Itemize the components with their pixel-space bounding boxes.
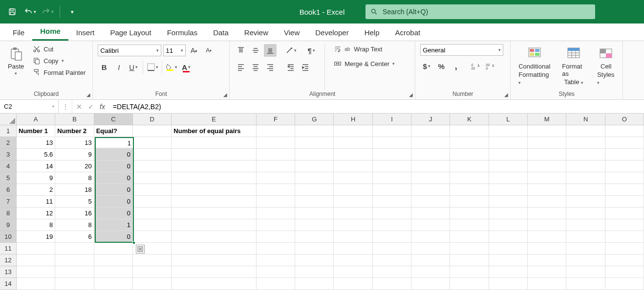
cell-E8[interactable]: [172, 208, 256, 219]
cell-K3[interactable]: [450, 149, 489, 161]
cell-D3[interactable]: [133, 149, 172, 161]
cell-N2[interactable]: [566, 137, 605, 149]
number-format-combo[interactable]: General▾: [420, 44, 503, 56]
col-header-O[interactable]: O: [605, 114, 644, 125]
cell-G9[interactable]: [295, 219, 334, 231]
search-box[interactable]: [365, 4, 595, 19]
cell-G10[interactable]: [295, 231, 334, 243]
cell-K13[interactable]: [450, 266, 489, 278]
cell-N8[interactable]: [566, 208, 605, 219]
cell-N5[interactable]: [566, 172, 605, 184]
cell-D9[interactable]: [133, 219, 172, 231]
cell-H5[interactable]: [334, 172, 372, 184]
accounting-format-button[interactable]: $▾: [420, 60, 433, 72]
cell-H7[interactable]: [334, 196, 372, 208]
row-header-4[interactable]: 4: [0, 161, 17, 172]
cell-I6[interactable]: [373, 184, 411, 196]
cell-J7[interactable]: [411, 196, 450, 208]
cell-K14[interactable]: [450, 278, 489, 290]
cell-N10[interactable]: [566, 231, 605, 243]
cell-G13[interactable]: [295, 266, 334, 278]
cell-F11[interactable]: [257, 243, 295, 255]
cell-M11[interactable]: [528, 243, 566, 255]
enter-formula-icon[interactable]: ✓: [88, 103, 94, 111]
cell-H13[interactable]: [334, 266, 372, 278]
cell-N9[interactable]: [566, 219, 605, 231]
tab-help[interactable]: Help: [357, 24, 387, 41]
cell-E3[interactable]: [172, 149, 256, 161]
cell-M13[interactable]: [528, 266, 566, 278]
cell-J14[interactable]: [411, 278, 450, 290]
cell-A7[interactable]: 11: [17, 196, 55, 208]
cell-F8[interactable]: [257, 208, 295, 219]
tab-file[interactable]: File: [5, 24, 32, 41]
align-middle-icon[interactable]: [249, 44, 262, 57]
cell-D5[interactable]: [133, 172, 172, 184]
cell-G1[interactable]: [295, 125, 334, 137]
tab-home[interactable]: Home: [32, 23, 68, 41]
cell-M1[interactable]: [528, 125, 566, 137]
cell-F14[interactable]: [257, 278, 295, 290]
cell-F6[interactable]: [257, 184, 295, 196]
align-top-icon[interactable]: [235, 44, 247, 57]
row-header-1[interactable]: 1: [0, 125, 17, 137]
cell-styles-button[interactable]: Cell Styles ▾: [594, 44, 618, 88]
clipboard-launcher-icon[interactable]: ◢: [86, 92, 90, 97]
cell-O7[interactable]: [605, 196, 644, 208]
cell-N7[interactable]: [566, 196, 605, 208]
cell-G11[interactable]: [295, 243, 334, 255]
cell-D13[interactable]: [133, 266, 172, 278]
cell-L11[interactable]: [489, 243, 528, 255]
cell-B2[interactable]: 13: [55, 137, 94, 149]
cell-A10[interactable]: 19: [17, 231, 55, 243]
cell-E5[interactable]: [172, 172, 256, 184]
cell-L8[interactable]: [489, 208, 528, 219]
cell-M5[interactable]: [528, 172, 566, 184]
cell-H4[interactable]: [334, 161, 372, 172]
cell-C6[interactable]: 0: [94, 184, 133, 196]
cell-I8[interactable]: [373, 208, 411, 219]
cell-B11[interactable]: [55, 243, 94, 255]
redo-button[interactable]: ▾: [40, 4, 55, 19]
cell-O6[interactable]: [605, 184, 644, 196]
cell-E9[interactable]: [172, 219, 256, 231]
italic-button[interactable]: I: [112, 61, 125, 73]
cell-A13[interactable]: [17, 266, 55, 278]
cell-L7[interactable]: [489, 196, 528, 208]
row-header-9[interactable]: 9: [0, 219, 17, 231]
conditional-formatting-button[interactable]: Conditional Formatting ▾: [515, 44, 553, 88]
cell-I12[interactable]: [373, 255, 411, 266]
cell-L6[interactable]: [489, 184, 528, 196]
copy-button[interactable]: Copy▾: [31, 56, 87, 66]
expand-name-box-icon[interactable]: ⋮: [59, 100, 72, 113]
cell-F7[interactable]: [257, 196, 295, 208]
cell-A1[interactable]: Number 1: [17, 125, 55, 137]
cell-A4[interactable]: 14: [17, 161, 55, 172]
cell-H1[interactable]: [334, 125, 372, 137]
cell-H11[interactable]: [334, 243, 372, 255]
fill-color-button[interactable]: ▾: [165, 61, 178, 73]
cell-C4[interactable]: 0: [94, 161, 133, 172]
cell-G7[interactable]: [295, 196, 334, 208]
cell-C10[interactable]: 0: [94, 231, 133, 243]
cell-I7[interactable]: [373, 196, 411, 208]
cell-D12[interactable]: [133, 255, 172, 266]
font-name-combo[interactable]: ▾: [98, 45, 161, 56]
cell-E4[interactable]: [172, 161, 256, 172]
cell-N6[interactable]: [566, 184, 605, 196]
font-size-combo[interactable]: ▾: [163, 45, 186, 56]
cell-G3[interactable]: [295, 149, 334, 161]
row-header-14[interactable]: 14: [0, 278, 17, 290]
cell-A12[interactable]: [17, 255, 55, 266]
col-header-N[interactable]: N: [566, 114, 605, 125]
cell-B7[interactable]: 5: [55, 196, 94, 208]
cell-I10[interactable]: [373, 231, 411, 243]
cell-B5[interactable]: 8: [55, 172, 94, 184]
col-header-M[interactable]: M: [528, 114, 566, 125]
cell-D6[interactable]: [133, 184, 172, 196]
cell-K12[interactable]: [450, 255, 489, 266]
align-center-icon[interactable]: [249, 61, 262, 73]
tab-review[interactable]: Review: [236, 24, 276, 41]
cell-A8[interactable]: 12: [17, 208, 55, 219]
search-input[interactable]: [383, 8, 590, 16]
